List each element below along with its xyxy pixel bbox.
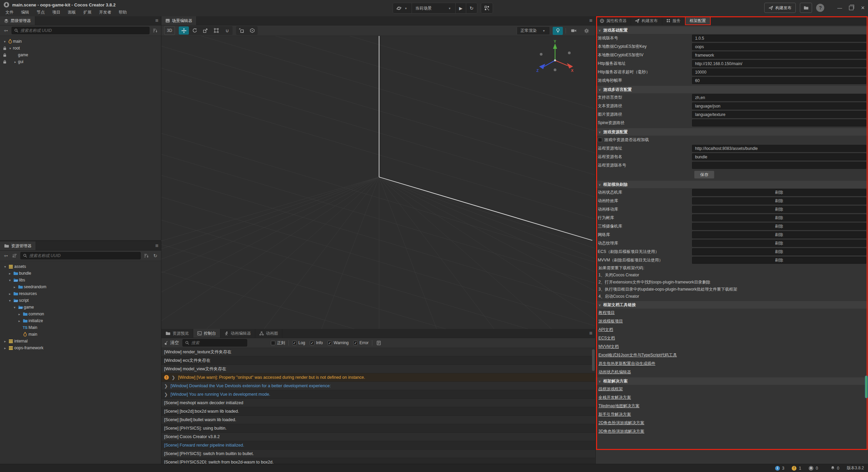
field-input-Http服务器请求超时（毫秒）[interactable]: 10000 <box>692 68 866 76</box>
log-row[interactable]: [Scene] [PHYSICS]: using builtin. <box>161 424 595 433</box>
rect-tool-button[interactable] <box>211 26 221 35</box>
menu-文件[interactable]: 文件 <box>3 9 16 15</box>
bell-icon[interactable] <box>831 466 835 470</box>
minimize-button[interactable]: — <box>837 5 842 11</box>
console-scrollbar[interactable] <box>592 349 595 371</box>
tab-动画编辑器[interactable]: 动画编辑器 <box>220 329 255 338</box>
asset-node-internal[interactable]: ▸internal <box>0 338 161 345</box>
field-input-支持语言类型[interactable]: zh,en <box>692 94 866 101</box>
field-input-远程资源版本号[interactable] <box>692 162 866 169</box>
asset-node-Main[interactable]: TSMain <box>0 324 161 331</box>
asset-node-assets[interactable]: ▾assets <box>0 263 161 270</box>
hierarchy-node-root[interactable]: ▾root <box>0 45 161 52</box>
module-remove-button[interactable]: 剔除 <box>692 231 866 238</box>
solution-link[interactable]: 2D角色扮演游戏解决方案 <box>598 420 644 426</box>
solution-link[interactable]: 新手引导解决方案 <box>598 412 631 417</box>
gizmo-union-button[interactable]: ∪ <box>222 26 232 35</box>
asset-node-script[interactable]: ▾script <box>0 297 161 304</box>
expand-chevron-icon[interactable]: ▸ <box>17 312 22 316</box>
close-button[interactable]: × <box>861 4 865 12</box>
module-remove-button[interactable]: 剔除 <box>692 197 866 204</box>
expand-chevron-icon[interactable]: ▾ <box>12 306 17 309</box>
section-header-游戏资源配置[interactable]: ∨游戏资源配置 <box>596 128 868 136</box>
preview-browser-button[interactable]: ▾ <box>393 3 412 13</box>
menu-开发者[interactable]: 开发者 <box>97 9 113 15</box>
doc-link[interactable]: 教程项目 <box>598 310 615 316</box>
doc-link[interactable]: Excel格式转Json文件与TypeScript代码工具 <box>598 352 677 358</box>
log-row[interactable]: [Scene] Forward render pipeline initiali… <box>161 441 595 450</box>
module-remove-button[interactable]: 剔除 <box>692 223 866 230</box>
hierarchy-filter-button[interactable] <box>152 27 158 34</box>
expand-chevron-icon[interactable]: ❯ <box>164 392 168 397</box>
help-button[interactable]: ? <box>816 4 824 12</box>
restore-button[interactable] <box>849 6 853 10</box>
asset-node-seedrandom[interactable]: ▸seedrandom <box>0 283 161 290</box>
assets-filter-button[interactable] <box>143 252 150 259</box>
section-header-游戏基础配置[interactable]: ∨游戏基础配置 <box>596 26 868 34</box>
menu-扩展[interactable]: 扩展 <box>81 9 94 15</box>
expand-chevron-icon[interactable]: ▸ <box>7 272 12 275</box>
log-row[interactable]: ❯[Window] Download the Vue Devtools exte… <box>161 382 595 390</box>
regex-checkbox-box[interactable] <box>271 341 275 345</box>
module-remove-button[interactable]: 剔除 <box>692 257 866 264</box>
expand-chevron-icon[interactable]: ▸ <box>3 339 7 343</box>
expand-chevron-icon[interactable]: ▾ <box>7 299 12 302</box>
save-button[interactable]: 保存 <box>694 171 714 179</box>
field-input-远程资源地址[interactable]: http://localhost:8083/assets/bundle <box>692 145 866 152</box>
tab-属性检查器[interactable]: 属性检查器 <box>596 16 631 25</box>
console-menu-button[interactable]: ≡ <box>589 329 592 338</box>
expand-chevron-icon[interactable]: ▾ <box>7 278 12 282</box>
expand-chevron-icon[interactable]: ▾ <box>7 46 13 50</box>
hierarchy-menu-button[interactable]: ≡ <box>155 16 158 25</box>
assets-menu-button[interactable]: ≡ <box>155 241 158 250</box>
scene-settings-button[interactable] <box>581 27 592 35</box>
render-mode-select[interactable]: 正常渲染 ▾ <box>517 26 550 35</box>
module-remove-button[interactable]: 剔除 <box>692 248 866 255</box>
tab-控制台[interactable]: 控制台 <box>193 329 220 338</box>
asset-node-oops-framework[interactable]: ▸oops-framework <box>0 345 161 351</box>
scene-camera-button[interactable] <box>569 27 579 35</box>
doc-link[interactable]: 游戏模板项目 <box>598 318 623 324</box>
checkbox-box[interactable]: ✓ <box>310 341 314 345</box>
log-row[interactable]: !❯[Window] [Vue warn]: Property "onInput… <box>161 373 595 382</box>
expand-chevron-icon[interactable]: ▸ <box>17 319 22 323</box>
doc-link[interactable]: ECS文档 <box>598 335 615 341</box>
asset-node-bundle[interactable]: ▸bundle <box>0 270 161 277</box>
log-row[interactable]: [Scene] meshopt wasm decoder initialized <box>161 399 595 407</box>
assets-sort-button[interactable] <box>12 252 18 259</box>
tab-资源预览[interactable]: 资源预览 <box>161 329 193 338</box>
tab-框架配置[interactable]: 框架配置 <box>685 16 711 25</box>
log-row[interactable]: [Scene] [PHYSICS2D]: switch from box2d-w… <box>161 458 595 464</box>
expand-chevron-icon[interactable]: ▸ <box>7 292 12 296</box>
reload-button[interactable]: ↻ <box>466 3 477 13</box>
field-input-图片资源路径[interactable]: language/texture <box>692 111 866 118</box>
log-row[interactable]: [Window] render_texture文件夹存在 <box>161 348 595 356</box>
log-row[interactable]: [Window] model_view文件夹存在 <box>161 365 595 373</box>
hierarchy-create-button[interactable]: +▾ <box>3 27 9 34</box>
solution-link[interactable]: Tiledmap地图解决方案 <box>598 403 639 409</box>
console-search-input[interactable]: 搜索 <box>182 339 247 347</box>
solution-link[interactable]: 全栈开发解决方案 <box>598 395 631 400</box>
menu-编辑[interactable]: 编辑 <box>19 9 31 15</box>
menu-项目[interactable]: 项目 <box>50 9 62 15</box>
asset-node-common[interactable]: ▸common <box>0 311 161 317</box>
module-remove-button[interactable]: 剔除 <box>692 240 866 247</box>
open-log-file-button[interactable] <box>376 339 382 346</box>
menu-面板[interactable]: 面板 <box>66 9 78 15</box>
expand-chevron-icon[interactable]: ▸ <box>3 346 7 350</box>
hierarchy-node-game[interactable]: game <box>0 52 161 58</box>
log-row[interactable]: [Window] ecs文件夹存在 <box>161 356 595 365</box>
log-row[interactable]: [Scene] [bullet]:bullet wasm lib loaded. <box>161 416 595 424</box>
asset-node-resources[interactable]: ▸resources <box>0 290 161 297</box>
checkbox-box[interactable]: ✓ <box>292 341 297 345</box>
rotate-tool-button[interactable] <box>190 26 200 35</box>
expand-chevron-icon[interactable]: ▾ <box>3 265 7 269</box>
info-count-icon[interactable]: i <box>775 466 780 471</box>
solution-link[interactable]: 3D角色扮演游戏解决方案 <box>598 429 644 434</box>
hierarchy-node-main[interactable]: ▾main <box>0 38 161 45</box>
remote-load-checkbox[interactable] <box>598 138 602 142</box>
pivot-toggle-button[interactable] <box>236 26 246 35</box>
tab-构建发布[interactable]: 构建发布 <box>631 16 662 25</box>
field-input-游戏每秒帧率[interactable]: 60 <box>692 77 866 84</box>
hierarchy-node-gui[interactable]: ▸gui <box>0 58 161 65</box>
